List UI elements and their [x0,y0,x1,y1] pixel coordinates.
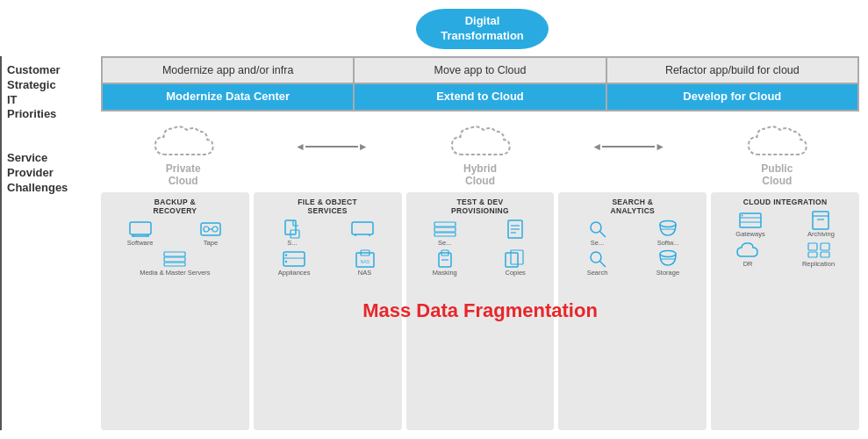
strategy-cell-move: Move app to Cloud [354,57,606,83]
test-server-icon [433,220,457,238]
service-cards: BACKUP &RECOVERY Software [101,192,859,430]
private-cloud: PrivateCloud [148,122,219,187]
digital-transformation-badge: Digital Transformation [416,9,549,49]
svg-rect-25 [434,233,456,236]
strategy-cell-extend: Extend to Cloud [354,83,606,111]
svg-rect-53 [821,252,829,257]
storage-icon [656,250,680,268]
file-server-icon [350,220,375,238]
icon-appliances: Appliances [278,250,311,277]
svg-point-39 [591,252,601,263]
svg-point-46 [742,215,743,217]
search-icon [585,250,610,268]
tape-label: Tape [204,239,218,247]
search-db-icon [656,220,680,238]
card-file-title: FILE & OBJECTSERVICES [298,198,357,215]
test-server-label: Se... [438,239,451,247]
icon-gateways: Gateways [735,212,764,238]
label-strategic: CustomerStrategicITPriorities [0,56,94,144]
card-backup-top-icons: Software Tape [104,220,246,247]
archiving-label: Archiving [807,230,835,238]
svg-rect-24 [434,227,456,232]
search-db-label: Softw... [657,239,679,247]
card-test-bottom-icons: Masking Copies [410,250,551,277]
icon-copies: Copies [503,250,527,277]
replication-icon [807,241,831,259]
appliances-label: Appliances [278,269,311,277]
svg-rect-51 [808,252,817,257]
icon-search: Search [585,250,610,277]
card-cloud-title: CLOUD INTEGRATION [743,198,828,206]
card-search-analytics: SEARCH &ANALYTICS Se... [558,192,707,430]
icon-archiving: Archiving [807,212,835,238]
storage-label: Storage [656,269,679,277]
icon-test-server: Se... [433,220,457,247]
main-container: Digital Transformation CustomerStrategic… [0,0,868,439]
tape-icon [198,220,223,238]
hybrid-cloud-label: HybridCloud [463,162,497,187]
svg-point-6 [212,227,218,232]
archiving-icon [808,212,833,229]
masking-icon [433,250,457,268]
strategy-row-bottom: Modernize Data Center Extend to Cloud De… [102,83,858,111]
icon-media-servers: Media & Master Servers [140,250,210,277]
checklist-icon [503,220,527,238]
masking-label: Masking [433,269,457,277]
card-backup-recovery: BACKUP &RECOVERY Software [101,192,249,430]
svg-line-36 [599,232,606,238]
copies-icon [503,250,527,268]
dr-label: DR [743,260,753,268]
file-soft-label: S... [287,239,297,247]
icon-file-server [350,220,375,247]
svg-rect-0 [130,222,151,234]
svg-rect-8 [164,252,185,256]
icon-tape: Tape [198,220,223,247]
appliances-icon [282,250,306,268]
svg-point-5 [204,227,209,232]
svg-rect-47 [813,212,829,229]
copies-label: Copies [505,269,525,277]
card-cloud-top-icons: Gateways Archiving [714,212,856,238]
icon-software: Software [127,220,154,247]
icon-search-soft: Se... [585,220,610,247]
svg-rect-43 [740,213,761,227]
icon-replication: Replication [802,241,835,268]
gateways-icon [738,212,763,229]
dt-line2: Transformation [441,29,524,42]
content-column: Modernize app and/or infra Move app to C… [101,56,859,430]
file-icon [280,220,305,238]
icon-storage: Storage [656,250,680,277]
svg-rect-16 [283,252,305,266]
search-label: Search [587,269,608,277]
public-cloud-label: PublicCloud [761,162,793,187]
svg-point-35 [591,222,601,233]
gateways-label: Gateways [735,230,764,238]
private-cloud-label: PrivateCloud [166,162,201,187]
svg-rect-33 [506,253,518,267]
svg-rect-52 [821,243,829,250]
svg-text:NAS: NAS [360,259,369,264]
public-cloud: PublicCloud [742,122,812,187]
search-soft-icon [585,220,610,238]
hybrid-cloud: HybridCloud [445,122,515,187]
icon-search-db: Softw... [656,220,680,247]
media-servers-label: Media & Master Servers [140,269,210,277]
strategy-cell-refactor: Refactor app/build for cloud [606,57,858,83]
card-cloud-bottom-icons: DR Replication [714,241,856,268]
card-test-title: TEST & DEVPROVISIONING [451,198,509,215]
nas-icon: NAS [353,250,377,268]
card-test-top-icons: Se... [410,220,551,247]
svg-rect-9 [164,257,185,262]
card-search-bottom-icons: Search Storage [562,250,703,277]
strategy-cell-develop: Develop for Cloud [606,83,858,111]
svg-point-18 [285,255,287,256]
cloud-row: PrivateCloud ◄ ► HybridCloud [101,122,859,187]
labels-column: CustomerStrategicITPriorities ServicePro… [0,56,101,430]
svg-line-40 [599,262,606,268]
card-backup-bottom-icons: Media & Master Servers [104,250,246,277]
icon-test-checklist [503,220,527,247]
software-icon [128,220,153,238]
card-test-dev: TEST & DEVPROVISIONING Se... [406,192,555,430]
card-file-top-icons: S... [257,220,398,247]
body-row: CustomerStrategicITPriorities ServicePro… [0,56,859,430]
